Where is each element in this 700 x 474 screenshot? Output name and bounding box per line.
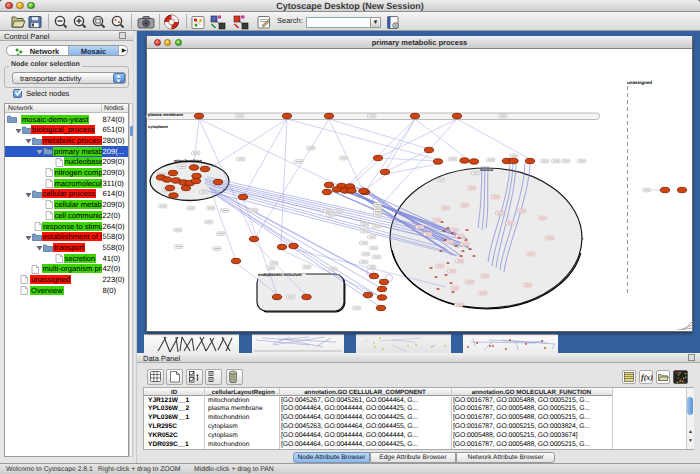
svg-text:f(x): f(x) — [641, 373, 653, 382]
